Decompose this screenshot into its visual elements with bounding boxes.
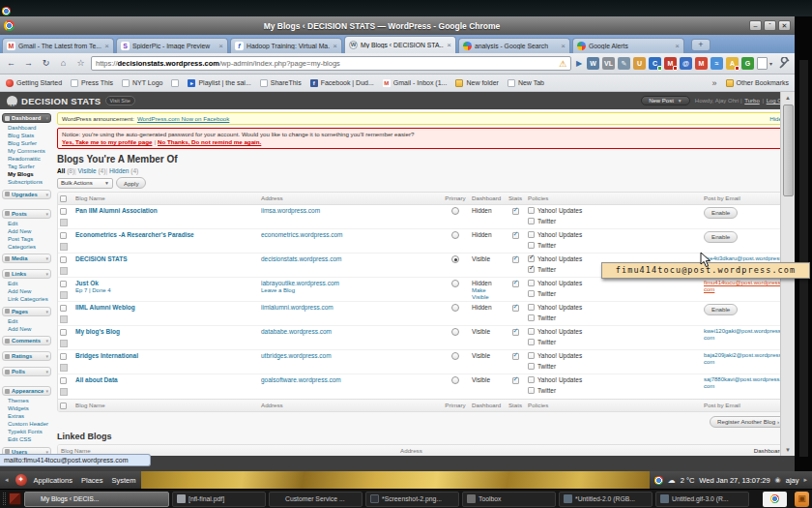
stats-checkbox[interactable]: ✓ [512, 377, 519, 384]
row-checkbox[interactable] [60, 232, 67, 239]
new-tab-button[interactable]: + [691, 39, 710, 51]
task-button[interactable]: [nfl-final.pdf] [172, 492, 266, 507]
row-checkbox[interactable] [60, 256, 67, 263]
twitter-checkbox[interactable] [528, 314, 535, 321]
bookmark-item[interactable]: Press This [71, 79, 113, 87]
panel-menu-item[interactable]: System [111, 476, 135, 485]
bookmark-item[interactable]: NYT Logo [122, 79, 162, 87]
stats-checkbox[interactable]: ✓ [512, 281, 519, 287]
visit-site-button[interactable]: Visit Site [105, 96, 135, 105]
announcement-link[interactable]: WordPress.com Now on Facebook [137, 115, 230, 122]
blog-address-link[interactable]: utbridges.wordpress.com [261, 352, 439, 359]
register-another-blog-button[interactable]: Register Another Blog › [710, 416, 787, 428]
post-by-email-link[interactable]: saj7880kavi@post.wordpress.com [704, 376, 784, 390]
bookmark-item[interactable]: New Tab [508, 79, 544, 87]
sidebar-menu-header[interactable]: Posts ▾ [2, 209, 51, 219]
browser-tab[interactable]: Gmail - The Latest from Te... × [2, 38, 114, 53]
security-warning-icon[interactable]: ⚠ [559, 59, 566, 69]
enable-button[interactable]: Enable [704, 207, 738, 219]
scrollbar-thumb[interactable] [783, 105, 794, 196]
sidebar-item[interactable]: My Comments [8, 148, 51, 155]
sidebar-menu-header[interactable]: Pages ▾ [2, 307, 51, 316]
blog-name-link[interactable]: Just Ok [75, 280, 257, 286]
enable-button[interactable]: Enable [704, 231, 738, 243]
column-footer-policies[interactable]: Policies [526, 402, 702, 408]
twitter-checkbox[interactable] [528, 363, 535, 370]
leave-blog-link[interactable]: Leave a Blog [261, 287, 439, 294]
primary-radio[interactable] [451, 231, 459, 239]
notice-no-link[interactable]: No Thanks, Do not remind me again. [158, 138, 261, 145]
select-all-checkbox[interactable] [60, 195, 67, 202]
primary-radio[interactable] [451, 376, 459, 384]
sidebar-item[interactable]: Add New [8, 228, 51, 235]
bookmark-item[interactable]: ShareThis [260, 79, 302, 87]
extension-icon[interactable]: VL [602, 57, 615, 70]
sidebar-item[interactable]: Categories [8, 244, 51, 251]
sidebar-item[interactable]: Themes [8, 398, 51, 404]
extension-icon[interactable]: W [587, 57, 599, 70]
sidebar-menu-header[interactable]: Ratings ▾ [2, 351, 51, 361]
bookmark-item[interactable]: Gmail - Inbox (1... [383, 79, 448, 87]
bookmark-item[interactable]: Facebook | Dud... [310, 79, 374, 87]
bookmarks-overflow-chevron[interactable]: » [712, 78, 717, 88]
sidebar-item[interactable]: Add New [8, 288, 51, 295]
row-checkbox[interactable] [60, 377, 67, 384]
other-bookmarks-button[interactable]: Other Bookmarks [726, 79, 789, 87]
bookmark-star-icon[interactable]: ☆ [73, 56, 88, 71]
extension-icon[interactable]: A [726, 57, 739, 70]
weather-icon[interactable]: ☁ [668, 476, 676, 485]
sidebar-menu-header[interactable]: Dashboard ▾ [2, 113, 51, 123]
bookmark-item[interactable]: Playlist | the sai... [188, 79, 250, 87]
tab-close-icon[interactable]: × [104, 43, 109, 50]
bookmark-item[interactable]: New folder [455, 79, 498, 87]
blog-address-link[interactable]: goalsoftware.wordpress.com [261, 376, 439, 383]
task-button[interactable]: My Blogs ‹ DECIS... [24, 492, 169, 507]
page-menu-icon[interactable] [757, 57, 768, 70]
extension-icon[interactable]: ≈ [710, 57, 723, 70]
sidebar-item[interactable]: Blog Stats [8, 133, 51, 139]
browser-tab[interactable]: Hadoop Training: Virtual Ma... × [230, 38, 342, 53]
turbo-link[interactable]: Turbo [744, 98, 759, 104]
column-header-address[interactable]: Address [259, 194, 441, 201]
column-header-post-by-email[interactable]: Post by Email [702, 194, 786, 201]
bookmark-item[interactable] [171, 79, 179, 87]
blog-name-link[interactable]: All about Data [75, 376, 257, 383]
yahoo-updates-checkbox[interactable] [528, 352, 535, 359]
new-post-button[interactable]: New Post▼ [641, 96, 690, 105]
sidebar-item[interactable]: Edit [8, 318, 51, 325]
sidebar-item[interactable]: Readomattic [8, 156, 51, 163]
column-header-policies[interactable]: Policies [526, 194, 702, 201]
column-footer-blog-name[interactable]: Blog Name [73, 402, 259, 408]
yahoo-updates-checkbox[interactable]: ✓ [528, 255, 535, 262]
column-footer-post-by-email[interactable]: Post by Email [702, 402, 786, 408]
back-button[interactable]: ← [4, 56, 18, 71]
column-footer-primary[interactable]: Primary [441, 402, 470, 408]
extension-icon[interactable]: @ [680, 57, 692, 70]
make-visible-link[interactable]: Make Visible [472, 287, 503, 301]
scroll-up-button[interactable]: ▲ [781, 92, 795, 104]
apply-button[interactable]: Apply [116, 177, 146, 189]
panel-grip[interactable] [3, 493, 6, 505]
sidebar-item[interactable]: Post Tags [8, 236, 51, 243]
sidebar-item[interactable]: Edit CSS [8, 436, 51, 443]
tab-close-icon[interactable]: × [333, 43, 337, 50]
panel-hide-arrow[interactable]: ▸ [803, 476, 807, 484]
primary-radio[interactable] [451, 328, 459, 336]
sidebar-menu-header[interactable]: Comments ▾ [2, 336, 51, 345]
sidebar-item[interactable]: Link Categories [8, 296, 51, 303]
yahoo-updates-checkbox[interactable] [528, 376, 535, 383]
window-titlebar[interactable]: My Blogs ‹ DECISION STATS — WordPress - … [0, 16, 795, 35]
forward-button[interactable]: → [21, 56, 36, 71]
task-button[interactable]: *Screenshot-2.png... [365, 492, 459, 507]
distro-menu-icon[interactable]: ✦ [15, 474, 27, 486]
filter-link[interactable]: Hidden (4) [105, 167, 138, 174]
blog-name-link[interactable]: Bridges International [75, 352, 257, 359]
bookmark-item[interactable]: Getting Started [6, 79, 62, 87]
address-bar[interactable]: https://decisionstats.wordpress.com/wp-a… [91, 56, 571, 71]
bulk-actions-select[interactable]: Bulk Actions▼ [57, 178, 113, 189]
browser-tab[interactable]: analysis - Google Search × [458, 38, 570, 53]
panel-menu-item[interactable]: Applications [34, 476, 72, 485]
extension-icon[interactable]: C [649, 57, 661, 70]
filter-link[interactable]: Visible (4) [74, 167, 105, 174]
yahoo-updates-checkbox[interactable] [528, 280, 535, 286]
